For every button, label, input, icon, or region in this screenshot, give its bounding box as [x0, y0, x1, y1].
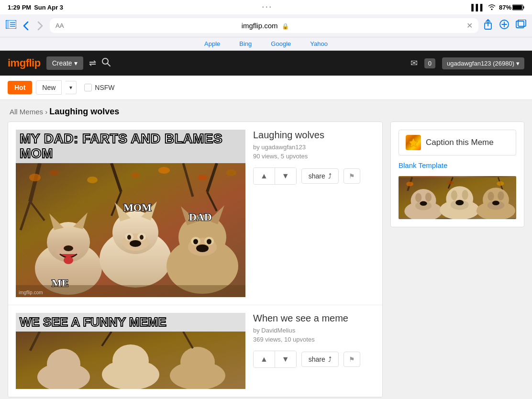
svg-point-68 [112, 344, 149, 377]
svg-point-49 [140, 235, 144, 240]
back-button[interactable] [21, 19, 31, 33]
shuffle-button[interactable]: ⇌ [89, 58, 96, 68]
clear-url-button[interactable]: ✕ [466, 21, 473, 30]
mail-icon[interactable]: ✉ [410, 58, 418, 68]
browser-dots: ··· [262, 3, 273, 11]
svg-rect-63 [16, 285, 245, 297]
svg-point-80 [447, 181, 454, 185]
bookmark-apple[interactable]: Apple [204, 40, 220, 47]
meme-item-1: MY DAD: FARTS AND BLAMES MOM [8, 122, 382, 305]
bookmark-yahoo[interactable]: Yahoo [310, 40, 328, 47]
svg-rect-2 [513, 5, 522, 10]
svg-point-50 [130, 240, 141, 247]
svg-point-28 [87, 177, 98, 183]
url-display: imgflip.com 🔒 [67, 22, 463, 30]
filter-bar: Hot New ▾ NSFW [0, 76, 532, 100]
svg-text:DAD: DAD [189, 211, 212, 223]
meme-feed: MY DAD: FARTS AND BLAMES MOM [8, 122, 383, 398]
breadcrumb-current: Laughing wolves [49, 107, 119, 116]
user-menu[interactable]: ugadawgfan123 (26980) ▾ [442, 57, 524, 69]
share-button-1[interactable]: share ⤴ [301, 168, 339, 184]
vote-buttons-1: ▲ ▼ [253, 167, 297, 185]
status-day: Sun Apr 3 [34, 4, 63, 11]
meme-image-2 [16, 332, 245, 389]
svg-point-26 [29, 174, 41, 181]
bookmarks-bar: Apple Bing Google Yahoo [0, 37, 532, 50]
hot-filter-button[interactable]: Hot [8, 81, 32, 94]
imgflip-logo: imgflip [8, 57, 41, 69]
svg-text:MOM: MOM [123, 201, 152, 213]
svg-point-87 [420, 201, 427, 206]
svg-point-90 [451, 190, 457, 200]
breadcrumb: All Memes › Laughing wolves [0, 100, 532, 122]
svg-point-84 [415, 193, 421, 202]
share-icon-1: ⤴ [328, 172, 332, 180]
bookmark-bing[interactable]: Bing [239, 40, 252, 47]
svg-point-38 [64, 245, 73, 251]
search-button[interactable] [102, 58, 111, 69]
create-button[interactable]: Create ▾ [46, 56, 83, 70]
caption-meme-button[interactable]: Caption this Meme [399, 130, 516, 155]
meme-author-1: by ugadawgfan123 [253, 144, 375, 151]
meme-image-1: ME MO [16, 163, 245, 297]
meme-title-2: When we see a meme [253, 313, 375, 324]
svg-rect-13 [516, 21, 524, 28]
imgflip-navbar: imgflip Create ▾ ⇌ ✉ 0 ugadawgfan123 (26… [0, 51, 532, 76]
svg-point-27 [49, 170, 59, 176]
wifi-icon [488, 3, 496, 11]
sidebar-toggle-button[interactable] [6, 20, 16, 31]
flag-button-1[interactable]: ⚑ [344, 168, 360, 184]
meme-actions-2: ▲ ▼ share ⤴ ⚑ [253, 351, 375, 368]
notification-badge: 0 [424, 58, 435, 68]
caption-btn-label: Caption this Meme [426, 138, 494, 147]
logo-flip: flip [26, 57, 41, 69]
meme-info-col-1: Laughing wolves by ugadawgfan123 90 view… [253, 130, 375, 297]
svg-rect-14 [518, 20, 526, 26]
nsfw-checkbox[interactable] [84, 84, 92, 91]
svg-point-81 [497, 181, 504, 186]
svg-point-29 [131, 172, 140, 178]
svg-point-99 [492, 201, 499, 205]
all-memes-link[interactable]: All Memes [10, 108, 43, 116]
svg-point-93 [455, 200, 464, 205]
breadcrumb-separator: › [45, 108, 47, 116]
forward-button[interactable] [35, 19, 45, 33]
browser-chrome: AA imgflip.com 🔒 ✕ Apple Bing Google Yah… [0, 14, 532, 51]
filter-dropdown-button[interactable]: ▾ [66, 81, 77, 94]
share-button-2[interactable]: share ⤴ [301, 352, 339, 367]
aa-label[interactable]: AA [55, 22, 64, 29]
bookmark-google[interactable]: Google [271, 40, 291, 47]
new-filter-button[interactable]: New [36, 80, 62, 95]
meme-item-2: WE SEE A FUNNY MEME [8, 305, 382, 397]
svg-line-16 [107, 63, 110, 66]
meme2-top-text: WE SEE A FUNNY MEME [16, 313, 245, 332]
svg-point-31 [198, 175, 207, 180]
svg-point-39 [64, 256, 73, 264]
svg-point-97 [498, 191, 504, 200]
meme-title-1: Laughing wolves [253, 130, 375, 141]
meme-image-col-2: WE SEE A FUNNY MEME [16, 313, 245, 389]
caption-icon [406, 135, 421, 150]
address-bar[interactable]: AA imgflip.com 🔒 ✕ [50, 18, 478, 33]
blank-template-link[interactable]: Blank Template [399, 161, 516, 169]
flag-button-2[interactable]: ⚑ [344, 352, 360, 367]
svg-point-59 [193, 239, 198, 244]
vote-buttons-2: ▲ ▼ [253, 351, 297, 368]
meme-stats-2: 369 views, 10 upvotes [253, 336, 375, 343]
svg-point-61 [196, 244, 209, 252]
lock-icon: 🔒 [282, 23, 289, 30]
meme-actions-1: ▲ ▼ share ⤴ ⚑ [253, 167, 375, 185]
upvote-button-2[interactable]: ▲ [254, 351, 275, 367]
downvote-button-1[interactable]: ▼ [275, 168, 296, 184]
caption-card: Caption this Meme Blank Template [390, 122, 524, 227]
sidebar: Caption this Meme Blank Template [390, 122, 524, 398]
svg-point-79 [406, 182, 413, 186]
new-tab-button[interactable] [499, 20, 509, 32]
downvote-button-2[interactable]: ▼ [275, 351, 296, 367]
tabs-button[interactable] [516, 20, 526, 32]
svg-point-60 [207, 239, 211, 244]
svg-point-30 [158, 167, 170, 174]
upvote-button-1[interactable]: ▲ [254, 168, 275, 184]
share-button[interactable] [483, 19, 493, 32]
meme-info-col-2: When we see a meme by DavidMelius 369 vi… [253, 313, 375, 389]
